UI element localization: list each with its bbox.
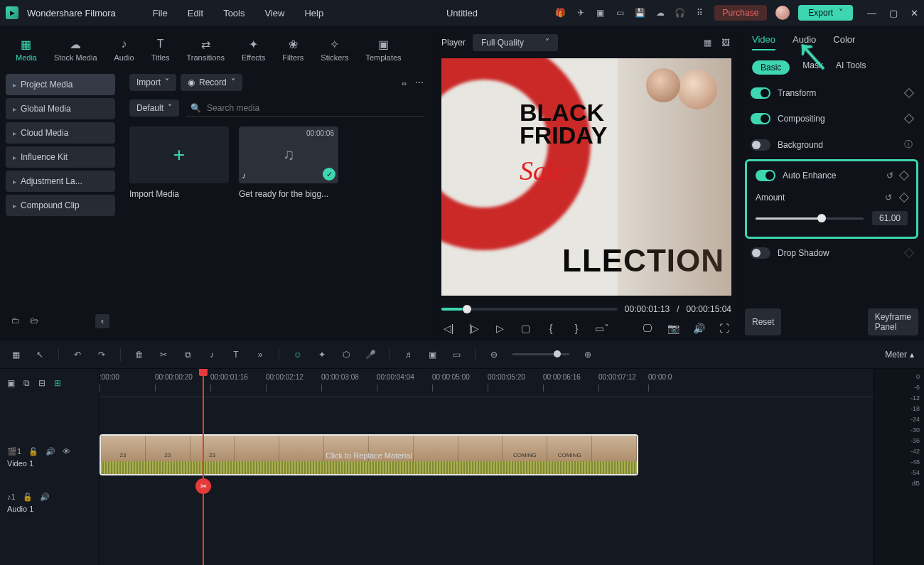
render-icon[interactable]: ▭ [451, 349, 462, 360]
snapshot-button[interactable]: 📷 [667, 323, 679, 334]
preview-viewport[interactable]: BLACKFRIDAY Sale LLECTION [441, 58, 731, 296]
mic-icon[interactable]: 🎤 [365, 349, 376, 360]
tab-templates[interactable]: ▣Templates [364, 35, 402, 65]
zoom-slider[interactable] [512, 353, 569, 355]
mark-in-button[interactable]: { [545, 323, 557, 334]
maximize-button[interactable]: ▢ [889, 8, 898, 18]
shield-icon[interactable]: ⬡ [340, 349, 352, 360]
smile-icon[interactable]: ☺ [292, 349, 303, 360]
collapse-sidebar-button[interactable]: ‹ [95, 314, 109, 328]
tab-transitions[interactable]: ⇄Transitions [186, 35, 226, 65]
sort-button[interactable]: Default˅ [129, 99, 179, 117]
timeline-tracks[interactable]: :00:00 00:00:00:20 00:00:01:16 00:00:02:… [100, 369, 873, 565]
menu-view[interactable]: View [264, 8, 284, 18]
folder-icon[interactable]: 🗀 [11, 316, 23, 327]
tab-video[interactable]: Video [752, 34, 775, 50]
music-tool-icon[interactable]: ♪ [206, 349, 217, 360]
search-input[interactable] [207, 103, 421, 113]
minimize-button[interactable]: — [867, 8, 876, 18]
tab-color[interactable]: Color [833, 34, 855, 50]
play-button[interactable]: ▷ [494, 323, 505, 334]
eye-icon[interactable]: 👁 [63, 447, 70, 456]
tab-effects[interactable]: ✦Effects [240, 35, 267, 65]
mute-icon[interactable]: 🔊 [40, 493, 50, 502]
cut-button[interactable]: ✂ [158, 349, 169, 360]
playhead[interactable] [203, 369, 204, 565]
new-folder-icon[interactable]: 🗁 [30, 316, 41, 327]
cloud-icon[interactable]: ☁ [655, 7, 666, 18]
subtab-mask[interactable]: Mask [802, 60, 823, 75]
tab-stock-media[interactable]: ☁Stock Media [53, 35, 99, 65]
prev-frame-button[interactable]: ◁| [443, 323, 454, 334]
zoom-in-button[interactable]: ⊕ [582, 349, 593, 360]
pip-icon[interactable]: ▣ [426, 349, 438, 360]
chain-icon[interactable]: ⧉ [23, 378, 30, 388]
quality-dropdown[interactable]: Full Quality˅ [473, 34, 558, 51]
tab-stickers[interactable]: ✧Stickers [319, 35, 350, 65]
menu-edit[interactable]: Edit [188, 8, 203, 18]
sidebar-cloud-media[interactable]: Cloud Media [6, 122, 115, 144]
mute-icon[interactable]: 🔊 [45, 447, 55, 456]
time-ruler[interactable]: :00:00 00:00:00:20 00:00:01:16 00:00:02:… [100, 369, 873, 397]
ratio-button[interactable]: ▭˅ [596, 323, 608, 334]
keyframe-panel-button[interactable]: Keyframe Panel [868, 308, 918, 335]
sidebar-adjustment-layer[interactable]: Adjustment La... [6, 171, 115, 192]
send-icon[interactable]: ✈ [575, 7, 586, 18]
import-button[interactable]: Import˅ [129, 74, 176, 91]
menu-file[interactable]: File [153, 8, 168, 18]
delete-button[interactable]: 🗑 [134, 349, 145, 360]
sidebar-compound-clip[interactable]: Compound Clip [6, 195, 115, 216]
import-media-card[interactable]: + Import Media [129, 127, 229, 199]
toggle-compositing[interactable] [751, 113, 770, 124]
apps-icon[interactable]: ⠿ [694, 7, 706, 18]
volume-button[interactable]: 🔊 [693, 323, 704, 334]
close-button[interactable]: ✕ [910, 8, 918, 18]
media-clip-card[interactable]: 00:00:06 ♫ ♪ ✓ Get ready for the bigg... [239, 127, 338, 199]
more-icon[interactable]: ⋯ [414, 77, 425, 88]
help-icon[interactable]: ⓘ [904, 139, 913, 151]
gift-icon[interactable]: 🎁 [555, 7, 566, 18]
reset-icon[interactable]: ↺ [886, 171, 893, 181]
keyframe-compositing[interactable] [904, 114, 914, 124]
music-beat-icon[interactable]: ♬ [402, 349, 414, 360]
more-tools-icon[interactable]: » [254, 349, 266, 360]
toggle-background[interactable] [751, 139, 770, 151]
image-icon[interactable]: 🖼 [720, 37, 731, 48]
keyframe-auto-enhance[interactable] [899, 171, 909, 181]
headset-icon[interactable]: 🎧 [675, 7, 686, 18]
menu-tools[interactable]: Tools [223, 8, 245, 18]
toggle-transform[interactable] [751, 87, 770, 99]
toggle-drop-shadow[interactable] [751, 247, 770, 259]
link-tracks-icon[interactable]: ▣ [7, 378, 15, 388]
select-tool-icon[interactable]: ↖ [34, 349, 45, 360]
seek-slider[interactable] [441, 308, 618, 311]
grid-icon[interactable]: ▦ [702, 37, 713, 48]
text-tool-icon[interactable]: T [230, 349, 242, 360]
crop-button[interactable]: ⧉ [182, 349, 193, 360]
menu-help[interactable]: Help [304, 8, 323, 18]
subtab-ai-tools[interactable]: AI Tools [836, 60, 866, 75]
tab-audio[interactable]: ♪Audio [113, 35, 136, 65]
keyframe-drop-shadow[interactable] [904, 248, 914, 258]
mark-out-button[interactable]: } [571, 323, 582, 334]
reset-button[interactable]: Reset [745, 308, 781, 335]
display-button[interactable]: 🖵 [642, 323, 653, 334]
tab-titles[interactable]: TTitles [150, 35, 171, 65]
amount-slider[interactable] [756, 217, 864, 220]
purchase-button[interactable]: Purchase [714, 5, 768, 21]
undo-button[interactable]: ↶ [72, 349, 83, 360]
filter-icon[interactable]: ⏛ [398, 77, 409, 88]
sidebar-influence-kit[interactable]: Influence Kit [6, 146, 115, 168]
sparkle-icon[interactable]: ✦ [316, 349, 328, 360]
stop-button[interactable]: ▢ [520, 323, 531, 334]
tab-media[interactable]: ▦Media [14, 35, 38, 65]
video-clip[interactable]: 232323COMINGCOMING Click to Replace Mate… [100, 434, 638, 475]
audio-track-header[interactable]: ♪1🔓🔊 Audio 1 [0, 480, 99, 525]
toggle-auto-enhance[interactable] [756, 170, 775, 181]
user-avatar[interactable] [775, 6, 790, 20]
grid-tool-icon[interactable]: ▦ [10, 349, 21, 360]
redo-button[interactable]: ↷ [96, 349, 107, 360]
next-frame-button[interactable]: |▷ [468, 323, 480, 334]
meter-label[interactable]: Meter ▴ [885, 350, 914, 360]
lock-icon[interactable]: 🔓 [23, 493, 33, 502]
